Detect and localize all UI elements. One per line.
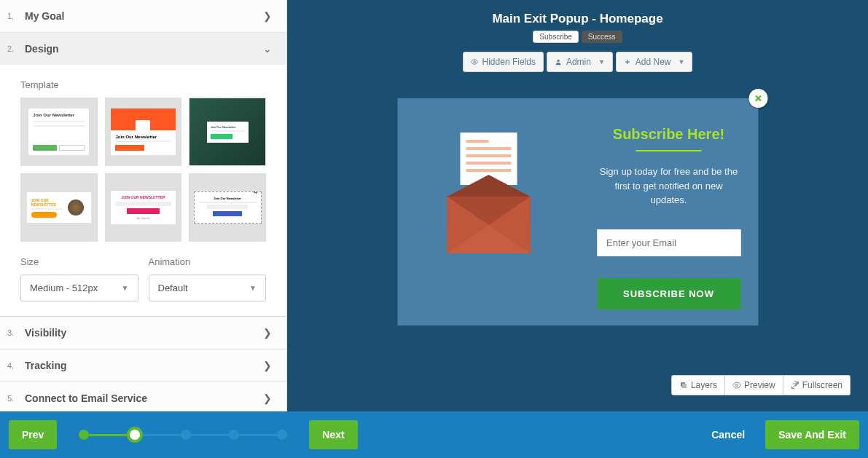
design-panel: Template Join Our Newsletter Join Our Ne… [0, 65, 286, 316]
progress-step-2[interactable] [127, 427, 143, 443]
template-thumb-3[interactable]: Join Our Newsletter [189, 98, 266, 166]
chevron-right-icon: ❯ [263, 10, 272, 22]
layers-icon [679, 381, 688, 390]
hidden-fields-button[interactable]: Hidden Fields [463, 52, 544, 72]
close-button[interactable] [748, 89, 767, 108]
chevron-right-icon: ❯ [263, 392, 272, 404]
svg-point-8 [735, 384, 738, 387]
expand-icon [791, 381, 799, 390]
canvas: Main Exit Popup - Homepage Subscribe Suc… [287, 0, 868, 411]
step-number: 3. [7, 328, 25, 337]
step-title: Tracking [25, 360, 263, 371]
progress-step-1[interactable] [79, 430, 89, 440]
footer: Prev Next Cancel Save And Exit [0, 411, 868, 458]
chevron-down-icon: ⌄ [263, 43, 272, 55]
step-title: Connect to Email Service [25, 392, 263, 404]
close-icon [753, 93, 763, 103]
step-number: 2. [7, 44, 25, 53]
step-title: Visibility [25, 327, 263, 339]
add-new-button[interactable]: Add New ▼ [616, 52, 693, 72]
popup-preview[interactable]: Subscribe Here! Sign up today for free a… [397, 98, 758, 325]
step-number: 1. [7, 12, 25, 20]
add-new-label: Add New [636, 57, 671, 67]
accordion-tracking[interactable]: 4. Tracking ❯ [0, 350, 286, 382]
template-thumb-2[interactable]: Join Our Newsletter [105, 98, 182, 166]
progress-step-5[interactable] [277, 430, 287, 440]
plus-icon [624, 58, 631, 66]
fullscreen-label: Fullscreen [802, 380, 842, 390]
chevron-right-icon: ❯ [263, 327, 272, 339]
hidden-fields-label: Hidden Fields [482, 57, 536, 67]
next-button[interactable]: Next [309, 420, 357, 449]
cancel-button[interactable]: Cancel [698, 420, 758, 449]
animation-select[interactable]: Default ▼ [149, 275, 267, 301]
envelope-icon [447, 170, 530, 253]
progress-step-3[interactable] [181, 430, 191, 440]
eye-icon [732, 381, 741, 390]
step-title: Design [25, 43, 263, 55]
template-label: Template [20, 79, 266, 90]
size-label: Size [20, 256, 138, 267]
animation-label: Animation [149, 256, 267, 267]
accordion-visibility[interactable]: 3. Visibility ❯ [0, 317, 286, 349]
admin-label: Admin [566, 57, 591, 67]
template-thumb-4[interactable]: JOIN OUR NEWSLETTER [20, 173, 98, 242]
caret-down-icon: ▼ [679, 58, 685, 66]
caret-down-icon: ▼ [598, 58, 605, 66]
chevron-right-icon: ❯ [263, 360, 272, 371]
page-title: Main Exit Popup - Homepage [287, 0, 868, 26]
svg-point-0 [473, 61, 475, 63]
caret-down-icon: ▼ [249, 284, 257, 292]
step-number: 4. [7, 361, 25, 370]
template-thumb-5[interactable]: JOIN OUR NEWSLETTERNo thanks [105, 173, 182, 242]
step-title: My Goal [25, 10, 263, 22]
admin-button[interactable]: Admin ▼ [547, 52, 613, 72]
popup-heading[interactable]: Subscribe Here! [597, 126, 740, 143]
template-grid: Join Our Newsletter Join Our Newsletter … [20, 98, 266, 242]
eye-icon [471, 58, 478, 66]
user-icon [555, 58, 562, 66]
template-thumb-1[interactable]: Join Our Newsletter [20, 98, 98, 166]
caret-down-icon: ▼ [122, 284, 129, 292]
popup-description[interactable]: Sign up today for free and be the first … [597, 165, 740, 208]
progress-step-4[interactable] [229, 430, 239, 440]
accordion-my-goal[interactable]: 1. My Goal ❯ [0, 0, 286, 32]
heading-underline [636, 150, 702, 151]
svg-rect-7 [682, 384, 687, 388]
accordion-email-service[interactable]: 5. Connect to Email Service ❯ [0, 382, 286, 411]
step-number: 5. [7, 394, 25, 403]
email-input[interactable] [597, 229, 740, 256]
prev-button[interactable]: Prev [9, 420, 57, 449]
layers-label: Layers [691, 380, 717, 390]
sidebar: 1. My Goal ❯ 2. Design ⌄ Template Join O… [0, 0, 287, 411]
accordion-design[interactable]: 2. Design ⌄ [0, 33, 286, 65]
template-thumb-6[interactable]: ✂Join Our Newsletter [189, 173, 266, 242]
progress-indicator [79, 427, 287, 443]
svg-point-1 [557, 60, 559, 62]
preview-button[interactable]: Preview [725, 375, 783, 395]
save-and-exit-button[interactable]: Save And Exit [765, 420, 859, 449]
subscribe-button[interactable]: SUBSCRIBE NOW [597, 278, 740, 309]
tab-subscribe[interactable]: Subscribe [533, 31, 578, 43]
preview-label: Preview [744, 380, 775, 390]
animation-value: Default [158, 283, 188, 293]
tab-success[interactable]: Success [582, 31, 622, 43]
size-select[interactable]: Medium - 512px ▼ [20, 275, 138, 301]
layers-button[interactable]: Layers [671, 375, 725, 395]
size-value: Medium - 512px [30, 283, 98, 293]
fullscreen-button[interactable]: Fullscreen [783, 375, 851, 395]
